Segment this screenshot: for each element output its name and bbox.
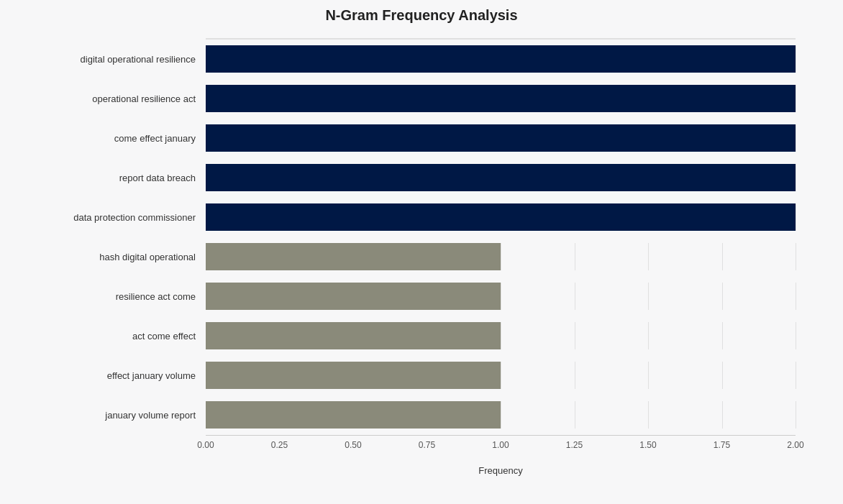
bar-fill: [206, 124, 796, 152]
bar-fill: [206, 203, 796, 231]
bar-label: report data breach: [47, 173, 206, 183]
bar-track: [206, 45, 796, 73]
bar-track: [206, 203, 796, 231]
x-axis-tick: 2.00: [787, 440, 803, 450]
x-axis-tick: 0.75: [419, 440, 435, 450]
bar-track: [206, 401, 796, 429]
bar-fill: [206, 85, 796, 112]
bar-fill: [206, 45, 796, 73]
bar-label: act come effect: [47, 331, 206, 342]
x-axis-tick: 0.50: [345, 440, 361, 450]
bars-wrapper: digital operational resilienceoperationa…: [47, 40, 796, 435]
bar-row: come effect january: [47, 119, 796, 158]
chart-container: N-Gram Frequency Analysis digital operat…: [26, 0, 817, 504]
bar-row: report data breach: [47, 158, 796, 198]
bar-label: hash digital operational: [47, 252, 206, 262]
bar-fill: [206, 322, 501, 349]
x-axis-tick: 1.25: [566, 440, 583, 450]
bar-row: resilience act come: [47, 277, 796, 316]
bar-track: [206, 85, 796, 112]
bar-row: hash digital operational: [47, 237, 796, 277]
bar-fill: [206, 283, 501, 310]
bar-fill: [206, 362, 501, 389]
bar-label: digital operational resilience: [47, 54, 206, 65]
bar-fill: [206, 243, 501, 270]
bar-label: operational resilience act: [47, 93, 206, 104]
chart-title: N-Gram Frequency Analysis: [47, 7, 796, 24]
x-axis-tick: 1.00: [492, 440, 509, 450]
bar-label: come effect january: [47, 133, 206, 144]
bar-label: january volume report: [47, 410, 206, 421]
bar-label: effect january volume: [47, 370, 206, 381]
x-axis-tick: 0.00: [197, 440, 214, 450]
x-axis-tick: 0.25: [271, 440, 288, 450]
x-axis-label: Frequency: [206, 465, 796, 476]
bar-track: [206, 243, 796, 270]
bar-track: [206, 124, 796, 152]
bar-track: [206, 362, 796, 389]
bar-row: effect january volume: [47, 356, 796, 395]
bar-row: january volume report: [47, 395, 796, 435]
bar-track: [206, 283, 796, 310]
x-axis-tick: 1.50: [639, 440, 656, 450]
bar-fill: [206, 164, 796, 191]
bar-row: act come effect: [47, 316, 796, 356]
bar-label: resilience act come: [47, 291, 206, 302]
bar-track: [206, 164, 796, 191]
chart-area: digital operational resilienceoperationa…: [47, 40, 796, 476]
bar-row: operational resilience act: [47, 79, 796, 119]
x-axis: 0.000.250.500.751.001.251.501.752.00: [206, 435, 796, 464]
bar-track: [206, 322, 796, 349]
bar-row: digital operational resilience: [47, 40, 796, 79]
bar-fill: [206, 401, 501, 429]
bar-label: data protection commissioner: [47, 212, 206, 223]
bar-row: data protection commissioner: [47, 198, 796, 237]
x-axis-tick: 1.75: [714, 440, 730, 450]
